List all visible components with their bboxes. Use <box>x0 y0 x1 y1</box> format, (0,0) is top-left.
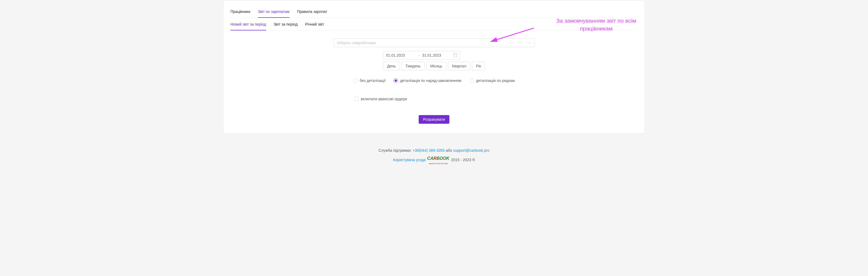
radio-icon <box>353 78 358 83</box>
footer-agreement-link[interactable]: Користувача угода <box>393 156 426 164</box>
arrow-right-icon: → <box>417 53 421 57</box>
radio-icon <box>394 78 398 83</box>
preset-month[interactable]: Місяць <box>426 62 446 70</box>
date-to: 31.01.2023 <box>422 53 452 57</box>
tab-salary-rules[interactable]: Правила зарплат <box>297 8 327 18</box>
subtab-yearly[interactable]: Річний звіт <box>305 21 324 30</box>
preset-week[interactable]: Тиждень <box>401 62 425 70</box>
footer-support-label: Служба підтримки: <box>378 148 413 153</box>
subtab-period[interactable]: Звіт за період <box>274 21 298 30</box>
main-tabs: Працівники Звіт по зарплатам Правила зар… <box>230 8 638 18</box>
checkbox-icon <box>354 97 359 101</box>
date-from: 01.01.2023 <box>386 53 416 57</box>
chevron-down-icon <box>528 41 531 45</box>
main-card: Працівники Звіт по зарплатам Правила зар… <box>224 1 644 133</box>
footer-or: або <box>446 148 453 153</box>
footer-email-link[interactable]: support@carbook.pro <box>453 148 490 153</box>
form-area: Оберіть співробітника 01.01.2023 → 31.01… <box>230 38 638 124</box>
preset-day[interactable]: День <box>383 62 400 70</box>
employee-select-placeholder: Оберіть співробітника <box>337 41 376 45</box>
preset-quarter[interactable]: Квартал <box>448 62 470 70</box>
radio-label: деталізація по наряд-замовленням <box>400 78 461 83</box>
radio-by-orders[interactable]: деталізація по наряд-замовленням <box>394 78 461 83</box>
preset-year[interactable]: Рік <box>472 62 485 70</box>
annotation-text: За замовчуванням звіт по всім працівника… <box>556 17 636 33</box>
footer-years: 2015 - 2023 ® <box>451 156 475 164</box>
footer-phone-link[interactable]: +38(044) 389-3355 <box>412 148 445 153</box>
advance-orders-checkbox[interactable]: включати авансові ордери <box>354 97 407 101</box>
calendar-icon <box>454 53 457 57</box>
checkbox-label: включати авансові ордери <box>361 97 407 101</box>
calculate-button[interactable]: Розрахувати <box>418 115 449 124</box>
radio-no-detail[interactable]: без деталізації <box>353 78 385 83</box>
tab-salary-report[interactable]: Звіт по зарплатам <box>258 8 289 18</box>
employee-select[interactable]: Оберіть співробітника <box>334 38 534 47</box>
radio-by-rows[interactable]: деталізація по рядкам <box>469 78 515 83</box>
date-range-picker[interactable]: 01.01.2023 → 31.01.2023 <box>383 51 460 60</box>
tab-employees[interactable]: Працівники <box>230 8 250 18</box>
radio-label: деталізація по рядкам <box>476 78 515 83</box>
subtab-new-period[interactable]: Новий звіт за період <box>230 21 266 30</box>
footer: Служба підтримки: +38(044) 389-3355 або … <box>224 147 644 165</box>
date-presets: День Тиждень Місяць Квартал Рік <box>383 62 485 70</box>
radio-icon <box>469 78 474 83</box>
footer-logo: CARBOOK cause we love the cars <box>427 154 450 165</box>
detail-radio-group: без деталізації деталізація по наряд-зам… <box>353 78 515 83</box>
radio-label: без деталізації <box>360 78 385 83</box>
